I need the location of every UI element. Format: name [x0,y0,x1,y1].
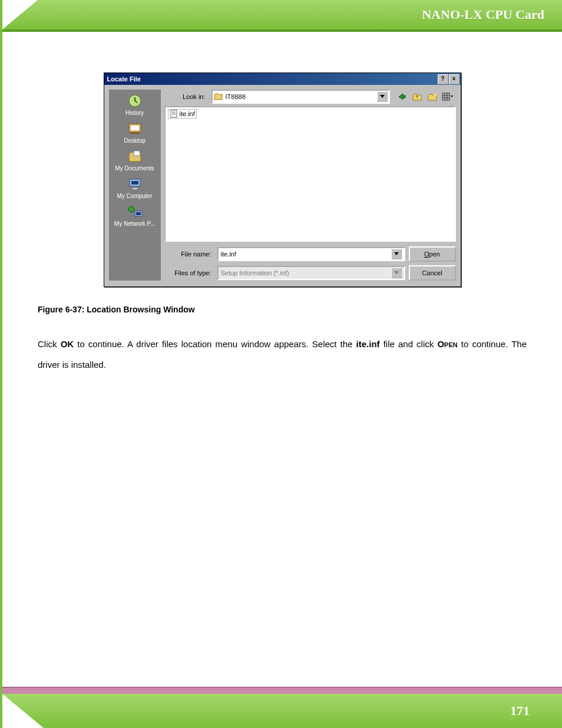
look-in-value: IT8888 [226,93,246,100]
file-name-dropdown-button[interactable] [391,249,402,259]
back-arrow-icon [397,93,406,101]
svg-rect-2 [131,126,139,130]
page-header: NANO-LX CPU Card [2,0,562,29]
places-mycomputer[interactable]: My Computer [112,175,158,202]
cancel-button-label: Cancel [422,269,442,276]
svg-rect-10 [442,93,449,100]
folder-new-icon [428,93,437,101]
folder-open-icon [214,93,223,101]
places-mydocuments-label: My Documents [115,165,154,172]
places-history-label: History [125,110,144,116]
file-type-dropdown-button[interactable] [391,268,402,278]
places-desktop[interactable]: Desktop [112,120,158,146]
page-footer: 171 [2,694,562,728]
content-area: Locate File ? × History Desktop [38,64,527,375]
close-button[interactable]: × [449,74,459,84]
header-corner-decoration [2,0,38,29]
desktop-icon [125,121,144,136]
svg-point-7 [128,206,134,212]
body-bold-iteinf: ite.inf [356,339,380,349]
look-in-label: Look in: [164,93,208,100]
file-item-label: ite.inf [180,110,195,117]
chevron-down-icon [380,95,385,98]
mycomputer-icon [125,176,144,192]
body-text-1: Click [38,339,61,349]
places-mydocuments[interactable]: My Documents [112,147,158,174]
views-icon [442,93,454,101]
svg-rect-3 [134,151,140,156]
help-icon: ? [441,76,444,82]
open-button[interactable]: Open [409,246,456,262]
look-in-combo[interactable]: IT8888 [211,90,390,104]
svg-rect-11 [171,110,177,117]
file-name-label: File name: [164,251,214,258]
footer-rule [2,687,562,694]
back-button[interactable] [396,91,408,103]
figure-caption: Figure 6-37: Location Browsing Window [38,305,527,314]
places-mynetwork-label: My Network P... [114,220,155,227]
places-bar: History Desktop My Documents My Computer [109,90,161,281]
help-button[interactable]: ? [438,74,448,84]
file-list[interactable]: ite.inf [164,106,456,242]
inf-file-icon [170,110,178,118]
up-one-level-button[interactable] [411,91,423,103]
svg-rect-6 [132,187,138,190]
body-bold-ok: OK [61,339,74,349]
dialog-title: Locate File [107,75,141,83]
body-text-3: file and click [380,339,438,349]
file-type-combo[interactable]: Setup Information (*.inf) [217,266,405,280]
file-type-value: Setup Information (*.inf) [221,269,289,276]
body-paragraph: Click OK to continue. A driver files loc… [38,334,527,375]
new-folder-button[interactable] [427,91,438,103]
chevron-down-icon [394,252,399,256]
look-in-dropdown-button[interactable] [377,91,388,102]
document-title: NANO-LX CPU Card [422,7,544,22]
close-icon: × [452,76,456,82]
open-button-label-rest: pen [429,251,440,258]
file-type-label: Files of type: [164,269,214,276]
page-number: 171 [510,703,530,719]
file-item-iteinf[interactable]: ite.inf [168,109,197,118]
folder-up-icon [412,93,422,101]
cancel-button[interactable]: Cancel [409,265,456,281]
body-text-2: to continue. A driver files location men… [74,339,356,349]
file-name-value: ite.inf [221,251,236,258]
svg-rect-9 [136,212,141,215]
places-history[interactable]: History [112,92,158,118]
mynetwork-icon [125,204,144,219]
dialog-titlebar: Locate File ? × [104,73,461,85]
places-mynetwork[interactable]: My Network P... [112,203,158,229]
file-name-input[interactable]: ite.inf [217,247,405,261]
views-button[interactable] [442,91,454,103]
footer-corner-decoration [2,694,44,728]
places-mycomputer-label: My Computer [117,193,152,199]
mydocuments-icon [125,149,144,164]
body-smallcaps-open: Open [437,339,457,349]
history-icon [125,93,144,108]
chevron-down-icon [394,271,399,275]
places-desktop-label: Desktop [124,137,146,144]
locate-file-dialog: Locate File ? × History Desktop [104,73,461,287]
svg-rect-5 [131,181,138,185]
header-rule [2,29,562,32]
